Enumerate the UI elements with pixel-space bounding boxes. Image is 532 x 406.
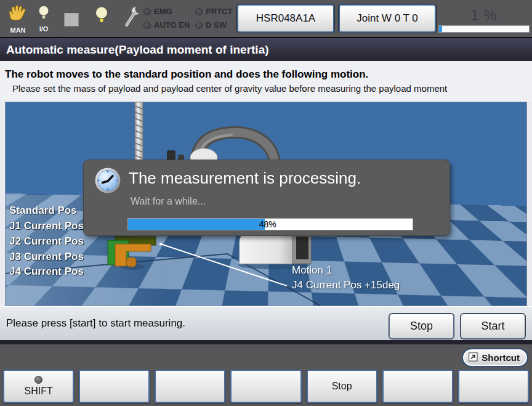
fkey-6[interactable] <box>382 370 453 403</box>
page-title-bar: Automatic measure(Payload moment of iner… <box>0 38 532 61</box>
bulb-icon <box>37 5 50 25</box>
function-keys: SHIFT Stop <box>3 370 529 403</box>
start-button[interactable]: Start <box>461 314 525 339</box>
prompt-bar: Please press [start] to start measuring.… <box>0 306 532 340</box>
shortcut-icon <box>468 352 478 364</box>
page-title: Automatic measure(Payload moment of iner… <box>6 43 269 56</box>
indicator-emg: EMG <box>143 7 195 16</box>
manual-mode-button[interactable]: MAN <box>7 5 28 34</box>
motion-line1: Motion 1 <box>292 263 400 278</box>
footer-divider <box>0 340 532 344</box>
fkey-stop[interactable]: Stop <box>307 370 377 403</box>
io-label: I/O <box>39 25 49 33</box>
motion-annotation: Motion 1 J4 Current Pos +15deg <box>292 263 400 293</box>
prtct-led-icon <box>195 8 203 15</box>
stop-square-button[interactable] <box>64 13 79 26</box>
coordinate-mode-button[interactable]: Joint W 0 T 0 <box>339 4 436 33</box>
shift-led-icon <box>34 376 42 384</box>
d-sw-led-icon <box>195 22 203 29</box>
wrench-icon <box>122 5 140 31</box>
position-label-j3: J3 Current Pos <box>9 251 84 263</box>
instruction-area: The robot moves to the standard position… <box>0 61 532 102</box>
speed-progress-fill <box>439 26 442 32</box>
io-button[interactable]: I/O <box>37 5 50 33</box>
speed-indicator: 1 % <box>438 7 530 33</box>
stop-button[interactable]: Stop <box>389 314 454 339</box>
motion-line2: J4 Current Pos +15deg <box>292 278 400 293</box>
indicator-prtct: PRTCT <box>195 7 232 16</box>
fkey-7[interactable] <box>458 370 529 403</box>
position-label-standard: Standard Pos <box>9 205 77 217</box>
prompt-message: Please press [start] to start measuring. <box>6 317 185 330</box>
robot-model-button[interactable]: HSR048A1A <box>237 4 334 33</box>
position-label-j1: J1 Current Pos <box>9 220 84 232</box>
speed-progress-bar <box>438 25 530 33</box>
measurement-progress-fill <box>128 219 265 230</box>
indicator-d-sw: D SW <box>195 20 232 30</box>
fkey-3[interactable] <box>155 370 225 403</box>
teach-pendant-screen: MAN I/O EMG PRTCT AUTO EN D SW HS <box>0 0 532 406</box>
shortcut-button[interactable]: Shortcut <box>462 348 528 367</box>
clock-icon <box>94 166 122 197</box>
fkey-shift[interactable]: SHIFT <box>3 370 74 403</box>
dialog-subtitle: Wait for a while... <box>131 196 206 207</box>
speed-percent-label: 1 % <box>438 7 530 24</box>
instruction-line1: The robot moves to the standard position… <box>0 61 532 81</box>
lamp-button[interactable] <box>94 6 109 28</box>
emg-led-icon <box>143 8 151 15</box>
manual-mode-label: MAN <box>10 26 25 34</box>
tools-button[interactable] <box>122 5 140 31</box>
dialog-title: The measurement is processing. <box>129 169 361 188</box>
fkey-4[interactable] <box>230 370 301 403</box>
indicator-auto-en: AUTO EN <box>143 20 195 30</box>
processing-dialog: The measurement is processing. Wait for … <box>83 160 450 236</box>
shortcut-label: Shortcut <box>482 352 520 363</box>
position-label-j4: J4 Current Pos <box>9 266 84 278</box>
instruction-line2: Please set the mass of payload and paylo… <box>0 81 532 94</box>
hand-icon <box>7 5 28 26</box>
square-icon <box>64 13 79 26</box>
measurement-progress-bar: 48% <box>127 218 413 230</box>
status-indicators: EMG PRTCT AUTO EN D SW <box>143 7 232 30</box>
function-key-bar: Shortcut SHIFT Stop <box>0 344 532 406</box>
robot-3d-view: Standard Pos J1 Current Pos J2 Current P… <box>5 102 527 306</box>
measurement-progress-label: 48% <box>259 218 276 230</box>
bulb-icon <box>94 6 109 28</box>
auto-en-led-icon <box>143 22 151 29</box>
position-label-j2: J2 Current Pos <box>9 235 84 248</box>
fkey-2[interactable] <box>79 370 150 403</box>
top-status-bar: MAN I/O EMG PRTCT AUTO EN D SW HS <box>0 0 532 37</box>
